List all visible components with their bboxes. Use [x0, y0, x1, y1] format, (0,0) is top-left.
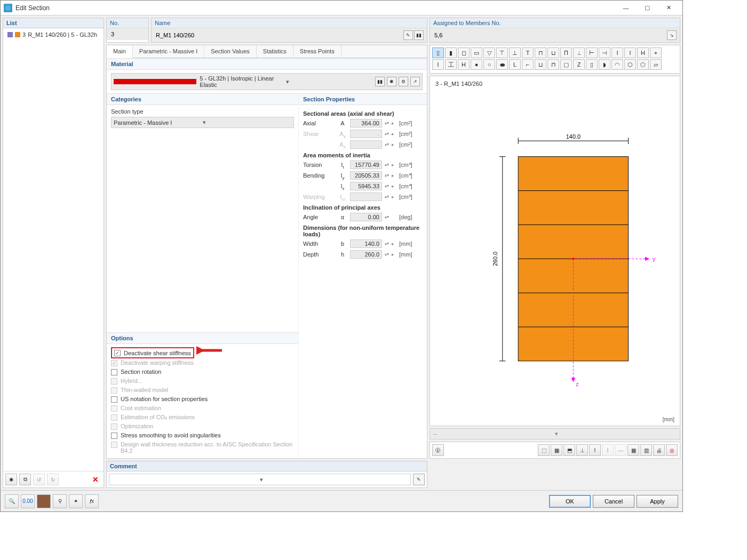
shape-button[interactable]: ▢ [560, 59, 572, 70]
print-button[interactable]: 🖨 [653, 444, 665, 456]
shape-button[interactable]: ▮ [445, 47, 457, 58]
preview-tool-button[interactable]: ⬒ [563, 444, 575, 456]
function-button[interactable]: fx [85, 494, 99, 508]
minimize-button[interactable]: — [615, 2, 637, 14]
tab-main[interactable]: Main [107, 45, 133, 58]
bending-y-value[interactable]: 20505.33 [350, 171, 382, 180]
material-new-button[interactable]: ✱ [387, 77, 396, 86]
shape-button[interactable]: ⬠ [637, 59, 649, 70]
library-button[interactable]: ▮▮ [414, 30, 424, 40]
material-library-button[interactable]: ▮▮ [375, 77, 385, 86]
new-item-button[interactable]: ✱ [5, 474, 17, 485]
cancel-button[interactable]: Cancel [593, 495, 634, 508]
tab-statistics[interactable]: Statistics [257, 45, 293, 58]
preview-results-combo[interactable]: -- ▾ [430, 428, 680, 439]
shape-button[interactable]: H [458, 59, 470, 70]
material-combo[interactable]: 5 - GL32h | Isotropic | Linear Elastic ▾… [111, 73, 423, 90]
comment-edit-button[interactable]: ✎ [413, 474, 425, 485]
shape-button[interactable]: ⊣ [599, 47, 610, 58]
shape-button[interactable]: ◠ [611, 59, 623, 70]
shape-rect-icon[interactable]: ▯ [432, 47, 444, 58]
maximize-button[interactable]: ▢ [637, 2, 658, 14]
angle-value[interactable]: 0.00 [350, 213, 382, 221]
spinner-icon[interactable]: ▴▾ [384, 185, 390, 188]
shape-button[interactable]: ◗ [599, 59, 610, 70]
preview-tool-button[interactable]: ◎ [666, 444, 678, 456]
section-preview[interactable]: 3 - R_M1 140/260 140.0 [430, 76, 680, 426]
shape-button[interactable]: ▭ [471, 47, 482, 58]
preview-tool-button[interactable]: ▥ [640, 444, 652, 456]
tab-section-values[interactable]: Section Values [204, 45, 257, 58]
material-edit-button[interactable]: ⚙ [399, 77, 408, 86]
goto-icon[interactable]: ▸ [392, 241, 397, 246]
shape-button[interactable]: ▽ [483, 47, 495, 58]
bending-z-value[interactable]: 5945.33 [350, 182, 382, 190]
shape-button[interactable]: I [432, 59, 444, 70]
shape-button[interactable]: Π [560, 47, 572, 58]
shape-button[interactable]: ⊓ [535, 47, 546, 58]
edit-name-button[interactable]: ✎ [403, 30, 413, 40]
us-notation-checkbox[interactable] [111, 396, 117, 403]
shape-button[interactable]: ⬬ [496, 59, 508, 70]
material-pick-button[interactable]: ↗ [410, 77, 420, 86]
spinner-icon[interactable]: ▴▾ [384, 122, 390, 125]
units-button[interactable]: 0.00 [21, 494, 35, 508]
pick-members-button[interactable]: ↘ [667, 30, 677, 40]
spinner-icon[interactable]: ▴▾ [384, 174, 390, 177]
shape-button[interactable]: ⊓ [547, 59, 559, 70]
shape-button[interactable]: I [611, 47, 623, 58]
spinner-icon[interactable]: ▴▾ [384, 163, 390, 166]
shape-button[interactable]: ▯ [586, 59, 598, 70]
axial-value[interactable]: 364.00 [350, 119, 382, 127]
shape-button[interactable]: ⊔ [535, 59, 546, 70]
goto-icon[interactable]: ▸ [392, 252, 397, 257]
spinner-icon[interactable]: ▴▾ [384, 253, 390, 256]
shape-button[interactable]: ⊤ [496, 47, 508, 58]
shape-button[interactable]: ▱ [650, 59, 662, 70]
shape-button[interactable]: ⟂ [573, 47, 585, 58]
goto-icon[interactable]: ▸ [392, 162, 397, 167]
shape-button[interactable]: ● [471, 59, 482, 70]
preview-tool-button[interactable]: ▦ [551, 444, 562, 456]
stress-smoothing-checkbox[interactable] [111, 433, 117, 439]
preview-tool-button[interactable]: ▦ [627, 444, 639, 456]
shape-button[interactable]: ◻ [458, 47, 470, 58]
depth-value[interactable]: 260.0 [350, 250, 382, 259]
close-button[interactable]: ✕ [658, 2, 679, 14]
help-button[interactable]: 🔍 [5, 494, 19, 508]
comment-input[interactable]: ▾ [109, 474, 411, 485]
shape-button[interactable]: 工 [445, 59, 457, 70]
footer-tool-button[interactable]: ⚲ [53, 494, 67, 508]
shape-button[interactable]: T [522, 47, 534, 58]
ok-button[interactable]: OK [549, 495, 591, 508]
torsion-value[interactable]: 15770.49 [350, 161, 382, 169]
preview-tool-button[interactable]: 🛈 [432, 444, 444, 456]
tab-parametric[interactable]: Parametric - Massive I [133, 45, 204, 58]
spinner-icon[interactable]: ▴▾ [384, 242, 390, 245]
name-input[interactable] [155, 31, 402, 39]
preview-tool-button[interactable]: ⊥ [576, 444, 588, 456]
goto-icon[interactable]: ▸ [392, 121, 397, 126]
shape-button[interactable]: ⊔ [547, 47, 559, 58]
goto-icon[interactable]: ▸ [392, 183, 397, 189]
goto-icon[interactable]: ▸ [392, 173, 397, 178]
shape-button[interactable]: + [650, 47, 662, 58]
shape-button[interactable]: ⬡ [624, 59, 636, 70]
section-type-combo[interactable]: Parametric - Massive I ▾ [111, 117, 294, 128]
assigned-input[interactable] [433, 31, 666, 39]
list-item[interactable]: 3 R_M1 140/260 | 5 - GL32h [5, 30, 101, 39]
color-button[interactable] [37, 494, 51, 508]
preview-tool-button[interactable]: ⬚ [538, 444, 550, 456]
shape-button[interactable]: I [624, 47, 636, 58]
shape-button[interactable]: L [509, 59, 521, 70]
section-rotation-checkbox[interactable] [111, 369, 117, 375]
deactivate-shear-checkbox[interactable] [114, 350, 121, 356]
apply-button[interactable]: Apply [637, 495, 678, 508]
shape-button[interactable]: H [637, 47, 649, 58]
shape-button[interactable]: Z [573, 59, 585, 70]
footer-tool-button[interactable]: ✦ [69, 494, 83, 508]
shape-button[interactable]: ⊥ [509, 47, 521, 58]
preview-tool-button[interactable]: I [589, 444, 601, 456]
shape-button[interactable]: ○ [483, 59, 495, 70]
tab-stress-points[interactable]: Stress Points [293, 45, 341, 58]
